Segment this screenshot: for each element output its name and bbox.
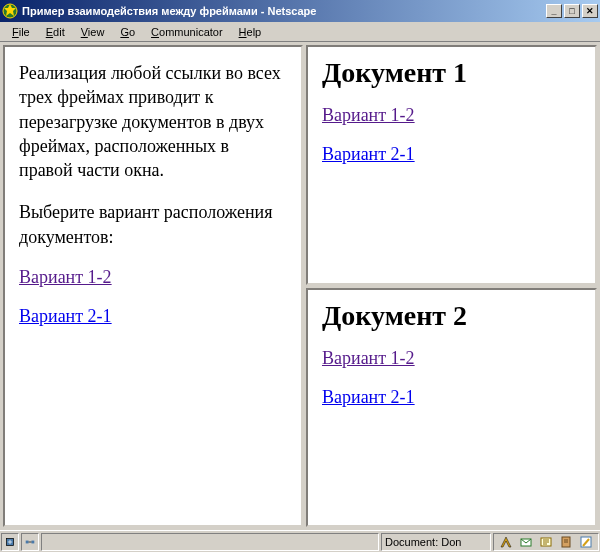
top-right-frame: Документ 1 Вариант 1-2 Вариант 2-1 — [306, 45, 597, 285]
left-paragraph-2: Выберите вариант расположения документов… — [19, 200, 287, 249]
status-composer-icon[interactable] — [577, 533, 595, 551]
svg-rect-3 — [31, 540, 34, 543]
doc1-link-variant-1-2[interactable]: Вариант 1-2 — [322, 105, 415, 126]
bottom-right-frame: Документ 2 Вариант 1-2 Вариант 2-1 — [306, 288, 597, 528]
doc2-link-variant-2-1[interactable]: Вариант 2-1 — [322, 387, 415, 408]
menu-go[interactable]: Go — [112, 24, 143, 40]
menu-edit[interactable]: Edit — [38, 24, 73, 40]
doc2-heading: Документ 2 — [322, 300, 581, 332]
menu-bar: File Edit View Go Communicator Help — [0, 22, 600, 42]
status-toolbar — [493, 533, 599, 551]
left-link-variant-1-2[interactable]: Вариант 1-2 — [19, 267, 112, 288]
doc2-link-variant-1-2[interactable]: Вариант 1-2 — [322, 348, 415, 369]
status-document-text: Document: Don — [381, 533, 491, 551]
doc1-heading: Документ 1 — [322, 57, 581, 89]
status-address-icon[interactable] — [557, 533, 575, 551]
status-security-icon[interactable] — [1, 533, 19, 551]
status-news-icon[interactable] — [537, 533, 555, 551]
menu-communicator[interactable]: Communicator — [143, 24, 231, 40]
status-mail-icon[interactable] — [517, 533, 535, 551]
minimize-button[interactable]: _ — [546, 4, 562, 18]
menu-view[interactable]: View — [73, 24, 113, 40]
maximize-button[interactable]: □ — [564, 4, 580, 18]
status-bar: Document: Don — [0, 530, 600, 552]
close-button[interactable]: ✕ — [582, 4, 598, 18]
menu-help[interactable]: Help — [231, 24, 270, 40]
frameset: Реализация любой ссылки во всех трех фре… — [0, 42, 600, 530]
doc1-link-variant-2-1[interactable]: Вариант 2-1 — [322, 144, 415, 165]
status-online-icon[interactable] — [21, 533, 39, 551]
svg-rect-2 — [26, 540, 29, 543]
left-link-variant-2-1[interactable]: Вариант 2-1 — [19, 306, 112, 327]
left-frame: Реализация любой ссылки во всех трех фре… — [3, 45, 303, 527]
netscape-icon — [2, 3, 18, 19]
menu-file[interactable]: File — [4, 24, 38, 40]
window-title: Пример взаимодействия между фреймами - N… — [22, 5, 546, 17]
title-bar: Пример взаимодействия между фреймами - N… — [0, 0, 600, 22]
status-nav-icon[interactable] — [497, 533, 515, 551]
status-progress-area — [41, 533, 379, 551]
left-paragraph-1: Реализация любой ссылки во всех трех фре… — [19, 61, 287, 182]
